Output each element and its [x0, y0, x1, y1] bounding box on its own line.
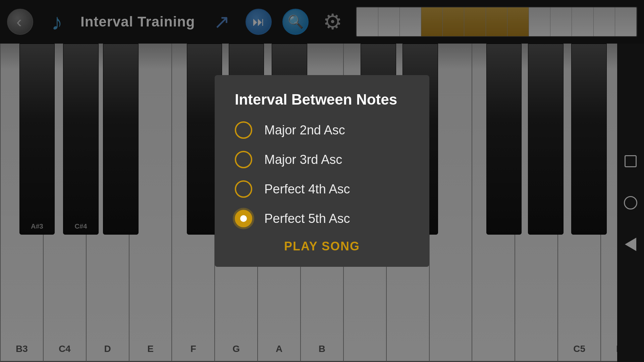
recent-apps-button[interactable] — [623, 154, 638, 169]
radio-major2nd[interactable] — [235, 121, 252, 139]
interval-dialog: Interval Between Notes Major 2nd Asc Maj… — [215, 75, 429, 267]
label-perfect4th: Perfect 4th Asc — [264, 182, 350, 196]
option-perfect5th[interactable]: Perfect 5th Asc — [235, 210, 409, 227]
home-button[interactable] — [623, 195, 638, 210]
radio-major3rd[interactable] — [235, 151, 252, 168]
dialog-overlay: Interval Between Notes Major 2nd Asc Maj… — [0, 0, 644, 362]
label-major3rd: Major 3rd Asc — [264, 153, 342, 167]
back-nav-button[interactable] — [623, 237, 638, 252]
radio-perfect5th[interactable] — [235, 210, 252, 227]
dialog-title: Interval Between Notes — [235, 91, 409, 108]
radio-perfect4th[interactable] — [235, 180, 252, 198]
android-nav-bar — [617, 44, 644, 362]
option-major2nd[interactable]: Major 2nd Asc — [235, 121, 409, 139]
option-perfect4th[interactable]: Perfect 4th Asc — [235, 180, 409, 198]
option-major3rd[interactable]: Major 3rd Asc — [235, 151, 409, 168]
label-perfect5th: Perfect 5th Asc — [264, 212, 350, 226]
label-major2nd: Major 2nd Asc — [264, 123, 345, 137]
play-song-button[interactable]: PLAY SONG — [284, 239, 360, 253]
